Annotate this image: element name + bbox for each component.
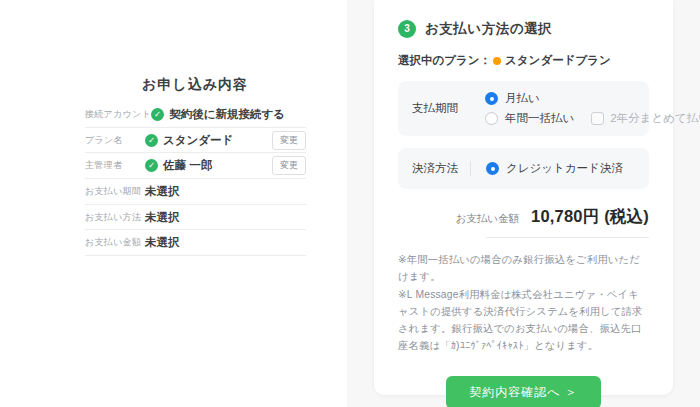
row-label: 主管理者 [85,159,145,172]
payment-period-options: 月払い 年間一括払い 2年分まとめて払い [485,91,700,126]
note-bank-transfer: ※年間一括払いの場合のみ銀行振込をご利用いただけます。 [398,251,649,286]
payment-amount-row: お支払い金額 10,780円 (税込) [398,206,649,228]
step-title: お支払い方法の選択 [425,20,552,38]
step-number-badge: 3 [398,20,416,38]
checkbox-icon[interactable] [591,112,604,125]
summary-row-admin: 主管理者 ✓ 佐藤 一郎 変更 [85,153,306,179]
vertical-divider [470,161,471,176]
payment-method-box: 決済方法 クレジットカード決済 [398,148,649,189]
amount-divider [486,237,649,238]
payment-step-card: 3 お支払い方法の選択 選択中のプラン： スタンダードプラン 支払期間 月払い [374,0,673,395]
payment-method-options: クレジットカード決済 [486,161,623,176]
change-plan-button[interactable]: 変更 [272,131,306,150]
payment-period-label: 支払期間 [412,101,470,116]
row-value: 佐藤 一郎 [163,158,212,173]
check-circle-icon: ✓ [151,108,164,121]
radio-monthly[interactable]: 月払い [485,91,700,106]
annual-option-row: 年間一括払い 2年分まとめて払い [485,111,700,126]
page: お申し込み内容 接続アカウント ✓ 契約後に新規接続する プラン名 ✓ スタンダ… [0,0,700,407]
checkbox-two-year[interactable]: 2年分まとめて払い [591,111,700,126]
summary-row-method: お支払い方法 未選択 [85,205,306,231]
checkbox-two-year-label: 2年分まとめて払い [610,111,700,126]
summary-row-amount: お支払い金額 未選択 [85,230,306,256]
radio-annual-label: 年間一括払い [505,111,574,126]
order-summary-rows: 接続アカウント ✓ 契約後に新規接続する プラン名 ✓ スタンダード 変更 主管… [85,102,306,256]
radio-selected-icon[interactable] [485,92,498,105]
confirm-contract-button[interactable]: 契約内容確認へ ＞ [446,376,601,407]
summary-row-account: 接続アカウント ✓ 契約後に新規接続する [85,102,306,128]
row-value: 未選択 [145,210,180,225]
payment-amount-value: 10,780円 (税込) [531,206,649,228]
payment-amount-label: お支払い金額 [456,212,520,226]
radio-annual[interactable]: 年間一括払い [485,111,574,126]
row-label: お支払い方法 [85,211,145,224]
summary-row-period: お支払い期間 未選択 [85,179,306,205]
row-value: スタンダード [163,133,233,148]
plan-status-dot-icon [493,57,501,65]
row-value-wrap: 未選択 [145,210,306,225]
check-circle-icon: ✓ [145,159,158,172]
summary-row-plan: プラン名 ✓ スタンダード 変更 [85,128,306,154]
step-header: 3 お支払い方法の選択 [398,20,649,38]
row-value-wrap: ✓ スタンダード [145,133,272,148]
change-admin-button[interactable]: 変更 [272,156,306,175]
radio-credit-card[interactable]: クレジットカード決済 [486,161,623,176]
row-value-wrap: ✓ 佐藤 一郎 [145,158,272,173]
payment-period-box: 支払期間 月払い 年間一括払い 2年分まとめて払い [398,81,649,136]
row-value: 未選択 [145,184,180,199]
selected-plan-line: 選択中のプラン： スタンダードプラン [398,53,649,68]
radio-monthly-label: 月払い [505,91,540,106]
radio-credit-card-label: クレジットカード決済 [506,161,623,176]
row-value-wrap: ✓ 契約後に新規接続する [151,107,306,122]
row-label: お支払い金額 [85,236,145,249]
radio-selected-icon[interactable] [486,162,499,175]
check-circle-icon: ✓ [145,134,158,147]
row-label: お支払い期間 [85,185,145,198]
row-value-wrap: 未選択 [145,235,306,250]
row-label: プラン名 [85,134,145,147]
right-background: 3 お支払い方法の選択 選択中のプラン： スタンダードプラン 支払期間 月払い [347,0,700,407]
radio-unselected-icon[interactable] [485,112,498,125]
note-billing-agent: ※L Message利用料金は株式会社ユニヴァ・ペイキャストの提供する決済代行シ… [398,286,649,355]
row-label: 接続アカウント [85,108,151,121]
selected-plan-value: スタンダードプラン [505,53,611,68]
row-value: 未選択 [145,235,180,250]
selected-plan-label: 選択中のプラン： [398,53,491,68]
row-value: 契約後に新規接続する [169,107,285,122]
payment-method-label: 決済方法 [412,161,470,176]
order-summary-title: お申し込み内容 [85,76,305,94]
row-value-wrap: 未選択 [145,184,306,199]
payment-notes: ※年間一括払いの場合のみ銀行振込をご利用いただけます。 ※L Message利用… [398,251,649,355]
